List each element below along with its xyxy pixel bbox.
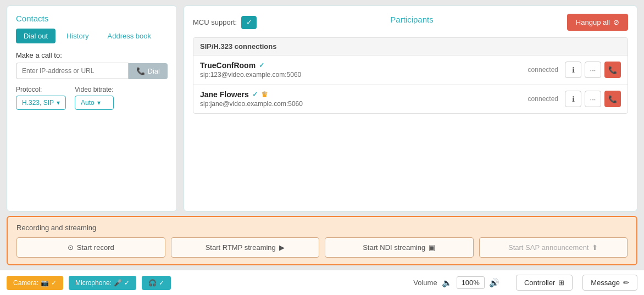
verified-icon: ✓ xyxy=(252,91,258,98)
protocol-dropdown[interactable]: H.323, SIP ▾ xyxy=(16,96,66,110)
microphone-label: Microphone: xyxy=(75,279,112,287)
message-button[interactable]: Message ✏ xyxy=(582,275,637,291)
crown-icon: ♛ xyxy=(261,90,268,99)
headset-icon: 🎧 xyxy=(148,279,157,287)
camera-button[interactable]: Camera: 📷 ✓ xyxy=(7,276,63,290)
headset-check: ✓ xyxy=(159,279,164,287)
hangup-participant-button[interactable]: 📞 xyxy=(604,62,621,78)
participant-name: Jane Flowers ✓ ♛ xyxy=(200,90,528,99)
mcu-checkbox[interactable]: ✓ xyxy=(241,16,257,29)
volume-value: 100% xyxy=(457,276,485,289)
table-row: Jane Flowers ✓ ♛ sip:jane@video.example.… xyxy=(193,85,628,113)
top-row: Contacts Dial out History Address book M… xyxy=(0,0,644,216)
record-icon: ⊙ xyxy=(68,243,74,252)
participant-status: connected xyxy=(528,66,558,74)
protocol-row: Protocol: H.323, SIP ▾ Video bitrate: Au… xyxy=(16,86,168,110)
headset-button[interactable]: 🎧 ✓ xyxy=(142,276,171,290)
participant-info: Jane Flowers ✓ ♛ sip:jane@video.example.… xyxy=(200,90,528,108)
call-label: Make a call to: xyxy=(16,51,168,59)
contacts-tabs: Dial out History Address book xyxy=(16,29,168,43)
participants-header: MCU support: ✓ Participants Hangup all ⊘ xyxy=(193,14,628,31)
main-layout: Contacts Dial out History Address book M… xyxy=(0,0,644,295)
bitrate-group: Video bitrate: Auto ▾ xyxy=(75,86,114,110)
start-rtmp-button[interactable]: Start RTMP streaming ▶ xyxy=(171,237,320,258)
connections-title: SIP/H.323 connections xyxy=(193,38,628,55)
camera-label: Camera: xyxy=(13,279,38,287)
mic-check: ✓ xyxy=(124,279,130,287)
info-button[interactable]: ℹ xyxy=(565,62,581,78)
connections-section: SIP/H.323 connections TrueConfRoom ✓ sip… xyxy=(193,37,628,114)
participant-info: TrueConfRoom ✓ sip:123@video.example.com… xyxy=(200,61,528,79)
bottom-bar: Camera: 📷 ✓ Microphone: 🎤 ✓ 🎧 ✓ Volume 🔈… xyxy=(0,270,644,295)
participant-actions: ℹ ··· 📞 xyxy=(565,62,621,78)
recording-panel: Recording and streaming ⊙ Start record S… xyxy=(7,216,637,265)
more-button[interactable]: ··· xyxy=(585,62,601,78)
tab-history[interactable]: History xyxy=(59,29,96,43)
controller-button[interactable]: Controller ⊞ xyxy=(516,275,573,291)
participants-panel: MCU support: ✓ Participants Hangup all ⊘… xyxy=(184,5,637,211)
bitrate-dropdown[interactable]: Auto ▾ xyxy=(75,96,114,110)
dial-button[interactable]: 📞 Dial xyxy=(129,63,168,79)
volume-up-icon[interactable]: 🔊 xyxy=(489,278,499,288)
bitrate-label: Video bitrate: xyxy=(75,86,114,93)
mcu-label: MCU support: xyxy=(193,18,237,26)
ban-icon: ⊘ xyxy=(613,18,619,26)
contacts-panel: Contacts Dial out History Address book M… xyxy=(7,5,177,211)
participant-sip: sip:jane@video.example.com:5060 xyxy=(200,100,528,108)
camera-check: ✓ xyxy=(51,279,57,287)
call-input[interactable] xyxy=(16,63,129,79)
hangup-all-button[interactable]: Hangup all ⊘ xyxy=(567,14,628,31)
volume-label: Volume xyxy=(413,279,437,287)
contacts-title: Contacts xyxy=(16,14,168,23)
phone-icon: 📞 xyxy=(136,67,145,75)
volume-mute-icon[interactable]: 🔈 xyxy=(442,278,452,288)
upload-icon: ⬆ xyxy=(592,243,598,252)
table-row: TrueConfRoom ✓ sip:123@video.example.com… xyxy=(193,55,628,85)
volume-section: Volume 🔈 100% 🔊 xyxy=(413,276,499,289)
microphone-button[interactable]: Microphone: 🎤 ✓ xyxy=(69,276,136,290)
verified-icon: ✓ xyxy=(259,62,264,69)
ndi-icon: ▣ xyxy=(429,243,435,252)
info-button[interactable]: ℹ xyxy=(565,91,581,107)
more-button[interactable]: ··· xyxy=(585,91,601,107)
chevron-down-icon: ▾ xyxy=(57,99,60,107)
tab-address-book[interactable]: Address book xyxy=(100,29,159,43)
recording-buttons: ⊙ Start record Start RTMP streaming ▶ St… xyxy=(16,237,628,258)
participant-actions: ℹ ··· 📞 xyxy=(565,91,621,107)
participant-status: connected xyxy=(528,95,558,103)
edit-icon: ✏ xyxy=(623,279,629,287)
participant-name: TrueConfRoom ✓ xyxy=(200,61,528,70)
mcu-row: MCU support: ✓ xyxy=(193,16,257,29)
protocol-label: Protocol: xyxy=(16,86,66,93)
chevron-down-icon: ▾ xyxy=(97,99,101,107)
participants-title: Participants xyxy=(390,15,433,24)
start-ndi-button[interactable]: Start NDI streaming ▣ xyxy=(325,237,474,258)
mic-icon: 🎤 xyxy=(114,279,122,287)
hangup-participant-button[interactable]: 📞 xyxy=(604,91,621,107)
play-icon: ▶ xyxy=(279,243,285,252)
start-sap-button[interactable]: Start SAP announcement ⬆ xyxy=(479,237,628,258)
recording-title: Recording and streaming xyxy=(16,224,628,232)
protocol-group: Protocol: H.323, SIP ▾ xyxy=(16,86,66,110)
grid-icon: ⊞ xyxy=(558,279,564,287)
camera-icon: 📷 xyxy=(41,279,49,287)
tab-dial-out[interactable]: Dial out xyxy=(16,29,55,43)
participant-sip: sip:123@video.example.com:5060 xyxy=(200,71,528,79)
call-input-row: 📞 Dial xyxy=(16,63,168,79)
start-record-button[interactable]: ⊙ Start record xyxy=(16,237,165,258)
